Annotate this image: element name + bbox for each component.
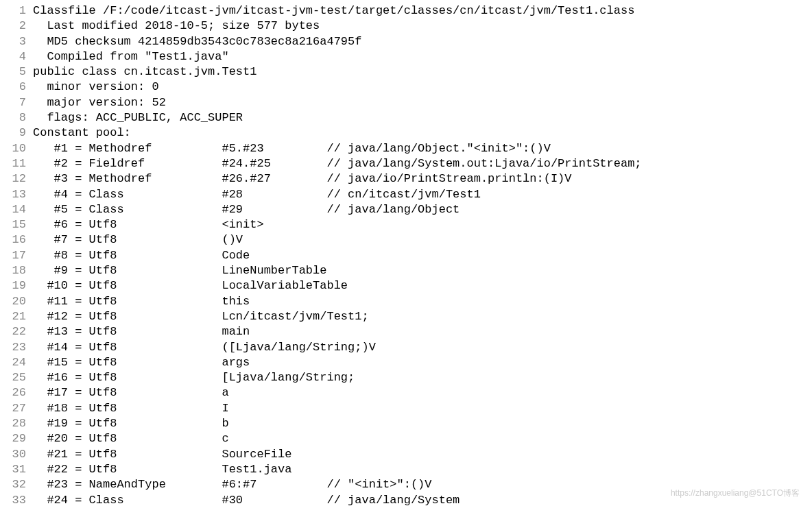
line-number: 33 — [12, 494, 26, 507]
line-number: 32 — [12, 478, 26, 491]
code-line[interactable]: Last modified 2018-10-5; size 577 bytes — [33, 19, 812, 34]
line-number: 27 — [12, 402, 26, 415]
line-number: 1 — [19, 4, 26, 17]
watermark: https://zhangxueliang@51CTO博客 — [671, 485, 800, 501]
code-line[interactable]: #10 = Utf8 LocalVariableTable — [33, 278, 812, 293]
line-number: 15 — [12, 218, 26, 231]
line-number: 13 — [12, 188, 26, 201]
line-number: 2 — [19, 19, 26, 32]
code-line[interactable]: #14 = Utf8 ([Ljava/lang/String;)V — [33, 340, 812, 355]
line-number: 11 — [12, 157, 26, 170]
line-number: 26 — [12, 386, 26, 399]
code-line[interactable]: #2 = Fieldref #24.#25 // java/lang/Syste… — [33, 156, 812, 171]
code-line[interactable]: #11 = Utf8 this — [33, 294, 812, 309]
code-line[interactable]: #19 = Utf8 b — [33, 416, 812, 431]
code-line[interactable]: #17 = Utf8 a — [33, 385, 812, 400]
line-number: 14 — [12, 203, 26, 216]
code-line[interactable]: #6 = Utf8 <init> — [33, 217, 812, 232]
line-number: 16 — [12, 233, 26, 246]
line-number: 28 — [12, 417, 26, 430]
line-number: 23 — [12, 341, 26, 354]
code-line[interactable]: Compiled from "Test1.java" — [33, 49, 812, 64]
code-line[interactable]: #1 = Methodref #5.#23 // java/lang/Objec… — [33, 141, 812, 156]
line-number: 29 — [12, 432, 26, 445]
code-line[interactable]: #20 = Utf8 c — [33, 431, 812, 446]
code-line[interactable]: #13 = Utf8 main — [33, 324, 812, 339]
line-number: 18 — [12, 264, 26, 277]
code-line[interactable]: Constant pool: — [33, 125, 812, 141]
code-line[interactable]: Classfile /F:/code/itcast-jvm/itcast-jvm… — [33, 3, 812, 19]
code-line[interactable]: MD5 checksum 4214859db3543c0c783ec8a216a… — [33, 34, 812, 49]
line-number: 9 — [19, 126, 26, 139]
line-number: 20 — [12, 295, 26, 308]
code-line[interactable]: #9 = Utf8 LineNumberTable — [33, 263, 812, 278]
code-line[interactable]: #8 = Utf8 Code — [33, 248, 812, 263]
line-number: 10 — [12, 142, 26, 155]
line-number: 3 — [19, 35, 26, 48]
line-number: 19 — [12, 279, 26, 292]
code-line[interactable]: #12 = Utf8 Lcn/itcast/jvm/Test1; — [33, 309, 812, 324]
line-number: 21 — [12, 310, 26, 323]
line-number: 5 — [19, 65, 26, 78]
code-line[interactable]: #16 = Utf8 [Ljava/lang/String; — [33, 370, 812, 385]
code-line[interactable]: #5 = Class #29 // java/lang/Object — [33, 202, 812, 217]
code-editor-view: 1234567891011121314151617181920212223242… — [0, 0, 812, 506]
line-number: 24 — [12, 356, 26, 369]
code-line[interactable]: #21 = Utf8 SourceFile — [33, 447, 812, 462]
code-line[interactable]: flags: ACC_PUBLIC, ACC_SUPER — [33, 110, 812, 125]
code-line[interactable]: #4 = Class #28 // cn/itcast/jvm/Test1 — [33, 187, 812, 202]
code-line[interactable]: major version: 52 — [33, 95, 812, 110]
line-number: 7 — [19, 96, 26, 109]
line-number-gutter: 1234567891011121314151617181920212223242… — [0, 3, 33, 506]
code-line[interactable]: #18 = Utf8 I — [33, 401, 812, 416]
line-number: 25 — [12, 371, 26, 384]
line-number: 30 — [12, 448, 26, 461]
line-number: 31 — [12, 463, 26, 476]
line-number: 6 — [19, 80, 26, 93]
code-line[interactable]: public class cn.itcast.jvm.Test1 — [33, 64, 812, 80]
line-number: 4 — [19, 50, 26, 63]
line-number: 12 — [12, 172, 26, 185]
line-number: 17 — [12, 249, 26, 262]
line-number: 8 — [19, 111, 26, 124]
code-line[interactable]: #7 = Utf8 ()V — [33, 232, 812, 248]
code-line[interactable]: #3 = Methodref #26.#27 // java/io/PrintS… — [33, 171, 812, 186]
code-content[interactable]: Classfile /F:/code/itcast-jvm/itcast-jvm… — [33, 3, 812, 506]
code-line[interactable]: #22 = Utf8 Test1.java — [33, 462, 812, 477]
code-line[interactable]: #15 = Utf8 args — [33, 355, 812, 370]
line-number: 22 — [12, 325, 26, 338]
code-line[interactable]: minor version: 0 — [33, 80, 812, 95]
